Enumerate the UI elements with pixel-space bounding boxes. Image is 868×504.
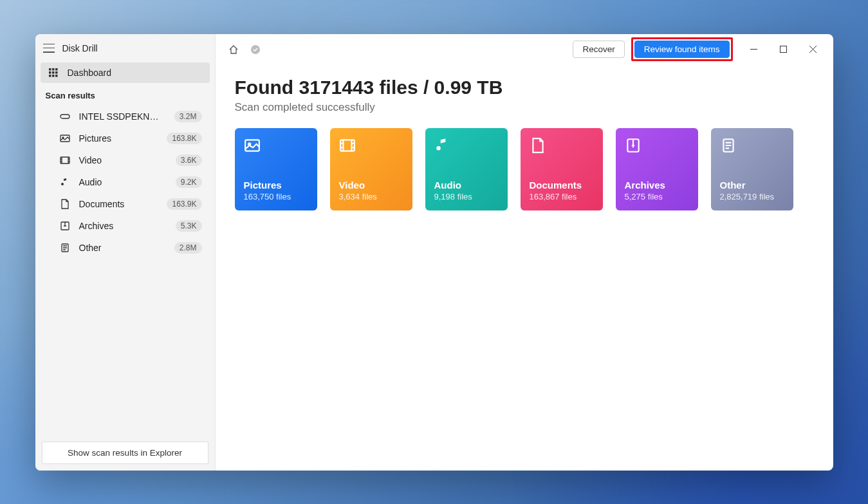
page-subhead: Scan completed successfully [235,101,814,114]
grid-icon [48,68,59,78]
topbar: Recover Review found items [216,34,833,65]
menu-icon[interactable] [43,44,55,53]
file-icon [720,137,737,154]
nav-documents[interactable]: Documents 163.9K [41,193,210,215]
drive-icon [60,111,70,122]
check-circle-icon[interactable] [250,44,261,55]
count-badge: 2.8M [174,242,202,254]
card-video[interactable]: Video 3,634 files [330,128,412,210]
count-badge: 3.6K [176,154,202,166]
card-sub: 2,825,719 files [720,192,784,201]
svg-rect-0 [49,68,51,71]
page-headline: Found 3171443 files / 0.99 TB [235,77,814,98]
main-panel: Recover Review found items Found 3171443… [216,34,833,471]
svg-rect-9 [60,115,69,118]
music-icon [60,177,70,187]
svg-rect-7 [52,75,55,77]
music-icon [434,137,451,154]
card-sub: 5,275 files [625,192,689,201]
card-title: Archives [625,180,689,191]
nav-item-label: Archives [79,221,114,231]
card-audio[interactable]: Audio 9,198 files [425,128,508,210]
card-pictures[interactable]: Pictures 163,750 files [235,128,317,210]
nav-audio[interactable]: Audio 9.2K [41,171,210,193]
card-title: Audio [434,180,499,191]
nav-archives[interactable]: Archives 5.3K [41,215,210,237]
window-controls [739,39,828,60]
sidebar-heading-scan: Scan results [35,83,215,106]
svg-rect-6 [49,75,51,77]
minimize-icon[interactable] [739,39,769,60]
nav-other[interactable]: Other 2.8M [41,237,210,259]
app-title: Disk Drill [62,43,98,53]
svg-rect-1 [52,68,55,71]
nav-drive[interactable]: INTEL SSDPEKNW512G8 3.2M [41,106,210,127]
card-title: Video [339,180,403,191]
count-badge: 5.3K [176,220,202,232]
card-archives[interactable]: Archives 5,275 files [616,128,698,210]
sidebar-header: Disk Drill [35,34,215,62]
card-title: Pictures [244,180,308,191]
card-other[interactable]: Other 2,825,719 files [711,128,793,210]
count-badge: 9.2K [176,176,202,188]
file-icon [60,243,70,253]
card-sub: 9,198 files [434,192,499,201]
app-window: Disk Drill Dashboard Scan results INTEL … [35,34,833,471]
nav-item-label: Other [79,243,102,253]
nav-dashboard-label: Dashboard [68,68,112,78]
count-badge: 163.8K [167,133,201,144]
review-found-items-button[interactable]: Review found items [634,41,730,58]
svg-rect-10 [60,135,69,142]
count-badge: 3.2M [174,111,202,122]
card-title: Other [720,180,784,191]
svg-rect-16 [780,46,787,53]
video-icon [339,137,356,154]
svg-rect-5 [55,71,58,74]
card-sub: 163,750 files [244,192,308,201]
nav-item-label: Audio [79,177,102,187]
image-icon [244,137,261,154]
nav-item-label: INTEL SSDPEKNW512G8 [79,111,165,122]
recover-button[interactable]: Recover [573,41,624,58]
archive-icon [625,137,642,154]
svg-rect-2 [55,68,58,71]
card-sub: 163,867 files [530,192,594,201]
sidebar: Disk Drill Dashboard Scan results INTEL … [35,34,216,471]
content: Found 3171443 files / 0.99 TB Scan compl… [216,65,833,222]
video-icon [60,155,70,165]
nav-item-label: Pictures [79,133,112,144]
card-documents[interactable]: Documents 163,867 files [521,128,603,210]
nav-item-label: Documents [79,199,125,209]
close-icon[interactable] [799,39,828,60]
maximize-icon[interactable] [769,39,799,60]
nav-item-label: Video [79,155,102,165]
nav-pictures[interactable]: Pictures 163.8K [41,127,210,149]
show-in-explorer-button[interactable]: Show scan results in Explorer [42,442,208,464]
card-title: Documents [530,180,594,191]
count-badge: 163.9K [167,198,201,210]
archive-icon [60,221,70,231]
highlight-annotation: Review found items [631,37,733,61]
svg-rect-4 [52,71,55,74]
document-icon [530,137,546,154]
document-icon [60,199,70,209]
image-icon [60,133,70,144]
svg-rect-8 [55,75,58,77]
svg-rect-3 [49,71,51,74]
nav-video[interactable]: Video 3.6K [41,149,210,171]
home-icon[interactable] [228,44,239,55]
nav-dashboard[interactable]: Dashboard [41,62,210,83]
card-sub: 3,634 files [339,192,403,201]
category-cards: Pictures 163,750 files Video 3,634 files… [235,128,814,210]
